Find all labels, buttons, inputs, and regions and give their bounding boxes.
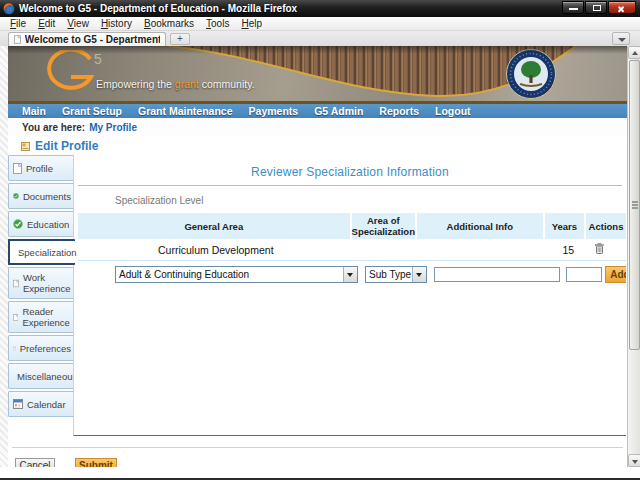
specialization-panel: Reviewer Specialization Information Spec… [73,155,626,436]
breadcrumb-prefix: You are here: [22,122,85,133]
cell-years: 15 [547,244,587,256]
sidebar-item-preferences[interactable]: Preferences [8,335,74,361]
browser-tab[interactable]: Welcome to G5 - Department of Edu... [8,32,166,46]
page-icon [13,163,22,174]
banner-slogan: Empowering the grant community. [96,78,255,90]
col-general-area: General Area [78,213,350,239]
sidebar-item-education[interactable]: Education [8,211,74,237]
menu-bar: File Edit View History Bookmarks Tools H… [0,17,640,31]
breadcrumb-my-profile[interactable]: My Profile [89,122,137,133]
check-icon [13,191,19,201]
profile-sidebar: Profile Documents Education Specializati… [8,155,74,419]
cell-general-area: Curriculum Development [78,244,354,256]
g5-logo: 5 [38,50,108,98]
table-header: General Area Area of Specialization Addi… [78,213,626,239]
nav-grant-maintenance[interactable]: Grant Maintenance [138,105,233,117]
table-row: Curriculum Development 15 [78,239,626,261]
years-input[interactable] [566,267,602,282]
page-icon [13,278,19,289]
nav-grant-setup[interactable]: Grant Setup [62,105,122,117]
col-actions: Actions [586,213,626,239]
menu-bookmarks[interactable]: Bookmarks [138,18,200,29]
breadcrumb: You are here: My Profile [8,118,627,137]
window-title: Welcome to G5 - Department of Education … [19,3,297,14]
g5-banner: 5 Empowering the grant community. [8,46,627,101]
window-titlebar: Welcome to G5 - Department of Education … [0,0,640,17]
restore-button[interactable] [585,1,607,14]
menu-help[interactable]: Help [235,18,268,29]
minimize-button[interactable] [562,1,584,14]
nav-main[interactable]: Main [22,105,46,117]
nav-reports[interactable]: Reports [379,105,419,117]
page-title-row: Edit Profile [8,137,627,155]
menu-view[interactable]: View [61,18,95,29]
list-all-tabs-button[interactable] [612,32,630,45]
vertical-scroll-thumb[interactable] [629,60,640,350]
add-button[interactable]: Add [605,266,626,283]
menu-file[interactable]: File [4,18,32,29]
svg-text:5: 5 [94,51,102,67]
general-area-select[interactable]: Adult & Continuing Education [115,266,358,283]
chevron-down-icon [618,38,626,42]
trash-icon[interactable] [595,243,604,254]
col-years: Years [545,213,584,239]
additional-info-input[interactable] [434,267,560,282]
new-tab-button[interactable]: + [170,33,190,45]
sidebar-item-specialization[interactable]: Specialization [8,239,75,265]
sidebar-item-miscellaneous[interactable]: Miscellaneous [8,363,74,389]
nav-logout[interactable]: Logout [435,105,471,117]
arrow-up-icon [632,51,638,55]
page-title: Edit Profile [35,139,98,153]
department-of-education-seal [505,48,557,100]
tab-bar: Welcome to G5 - Department of Edu... + [0,31,640,46]
section-label: Specialization Level [115,195,626,206]
sidebar-item-reader-experience[interactable]: Reader Experience [8,301,74,333]
check-icon [13,219,23,229]
page-viewport: 5 Empowering the grant community. Main G… [0,46,640,467]
sidebar-item-documents[interactable]: Documents [8,183,74,209]
divider [78,185,622,186]
menu-edit[interactable]: Edit [32,18,61,29]
menu-tools[interactable]: Tools [200,18,235,29]
page-icon [13,312,18,323]
edit-profile-icon [21,142,30,151]
chevron-down-icon [343,267,357,282]
scroll-up-button[interactable] [628,46,640,59]
calendar-icon [13,399,23,409]
sidebar-item-calendar[interactable]: Calendar [8,391,74,417]
panel-heading: Reviewer Specialization Information [74,165,626,179]
page-icon [14,34,21,45]
firefox-window: Welcome to G5 - Department of Education … [0,0,640,480]
close-button[interactable] [608,1,636,14]
vertical-scrollbar[interactable] [627,46,640,467]
scroll-down-button[interactable] [628,454,640,467]
sidebar-item-work-experience[interactable]: Work Experience [8,267,74,299]
submit-button[interactable]: Submit [75,458,117,467]
sub-type-select[interactable]: Sub Type 2 [365,266,427,283]
nav-payments[interactable]: Payments [249,105,299,117]
add-specialization-form: Adult & Continuing Education Sub Type 2 … [74,264,626,286]
arrow-down-icon [632,460,638,464]
firefox-icon [3,3,15,15]
cell-actions [587,243,626,256]
sidebar-item-profile[interactable]: Profile [8,155,74,181]
divider [12,447,623,448]
page-icon [13,343,16,354]
tab-title: Welcome to G5 - Department of Edu... [25,34,160,45]
main-nav: Main Grant Setup Grant Maintenance Payme… [8,101,627,118]
col-additional-info: Additional Info [417,213,543,239]
cancel-button[interactable]: Cancel [15,458,55,467]
chevron-down-icon [412,267,426,282]
menu-history[interactable]: History [95,18,138,29]
nav-g5-admin[interactable]: G5 Admin [314,105,363,117]
col-area-of-specialization: Area of Specialization [352,213,415,239]
